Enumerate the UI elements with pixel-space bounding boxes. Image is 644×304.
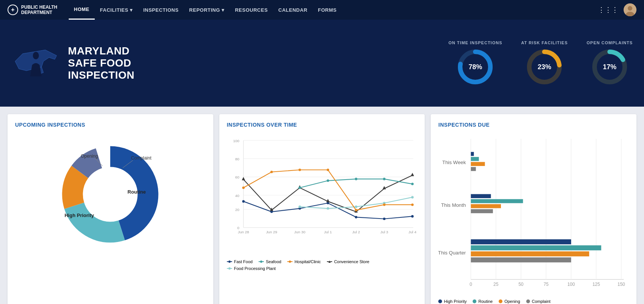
legend-seafood: Seafood	[259, 259, 281, 264]
inspections-over-time-card: INSPECTIONS OVER TIME 100 80 60 40 20 0 …	[219, 114, 425, 304]
navbar: + PUBLIC HEALTH DEPARTMENT HOME FACILITI…	[0, 0, 644, 20]
svg-text:Jun 28: Jun 28	[238, 230, 249, 234]
line-chart-legend: Fast Food Seafood Hospital/Clinic Conven…	[227, 259, 418, 271]
grid-icon[interactable]: ⋮⋮⋮	[598, 6, 618, 14]
metric-at-risk-label: AT RISK FACILITIES	[521, 40, 568, 45]
svg-rect-107	[471, 194, 491, 198]
legend-convenience: Convenience Store	[327, 259, 370, 264]
svg-point-69	[270, 171, 273, 173]
svg-point-70	[298, 169, 301, 171]
svg-text:Opening: Opening	[81, 154, 98, 159]
svg-point-1	[628, 6, 632, 11]
legend-food-processing: Food Processing Plant	[227, 266, 276, 271]
inspections-over-time-title: INSPECTIONS OVER TIME	[227, 122, 418, 128]
nav-inspections[interactable]: INSPECTIONS	[138, 0, 184, 20]
svg-rect-113	[471, 251, 589, 256]
svg-text:Jun 29: Jun 29	[266, 230, 277, 234]
svg-text:75: 75	[544, 282, 549, 287]
maryland-map	[11, 39, 60, 88]
svg-rect-106	[471, 167, 476, 171]
logo: + PUBLIC HEALTH DEPARTMENT	[8, 5, 57, 16]
svg-rect-110	[471, 209, 493, 213]
svg-text:High Priority: High Priority	[65, 212, 94, 218]
upcoming-inspections-title: UPCOMING INSPECTIONS	[15, 122, 206, 128]
svg-point-60	[355, 178, 357, 180]
metric-open-complaints-value: 17%	[603, 63, 616, 71]
legend-complaint: Complaint	[526, 299, 551, 304]
svg-rect-109	[471, 204, 501, 208]
pie-chart: Routine High Priority Opening Complaint …	[15, 134, 206, 255]
legend-routine: Routine	[473, 299, 493, 304]
svg-text:This Week: This Week	[442, 160, 466, 165]
svg-text:Complaint: Complaint	[131, 155, 152, 161]
metric-open-complaints: OPEN COMPLAINTS 17%	[587, 40, 633, 86]
svg-point-78	[260, 261, 262, 263]
metric-on-time-label: ON TIME INSPECTIONS	[448, 40, 502, 45]
bar-chart: This Week This Month This Quarter 0 25 5…	[438, 134, 629, 295]
svg-rect-108	[471, 199, 523, 203]
nav-calendar[interactable]: CALENDAR	[273, 0, 313, 20]
svg-text:20: 20	[235, 208, 239, 212]
line-chart: 100 80 60 40 20 0 Jun 28 Jun 29 Jun 30 J…	[227, 134, 418, 255]
svg-text:80: 80	[235, 157, 239, 161]
svg-text:Jul 2: Jul 2	[352, 230, 360, 234]
svg-point-64	[327, 207, 329, 210]
hero-left: MARYLAND SAFE FOOD INSPECTION	[11, 39, 448, 88]
svg-point-71	[327, 169, 329, 171]
nav-resources[interactable]: RESOURCES	[230, 0, 273, 20]
svg-text:This Quarter: This Quarter	[438, 250, 466, 256]
logo-icon: +	[8, 5, 18, 15]
legend-high-priority: High Priority	[438, 299, 467, 304]
svg-point-58	[298, 186, 301, 189]
metric-at-risk-value: 23%	[538, 63, 551, 71]
avatar[interactable]	[624, 3, 636, 16]
svg-point-62	[411, 183, 414, 185]
metric-at-risk: AT RISK FACILITIES 23%	[521, 40, 568, 86]
svg-text:0: 0	[470, 282, 472, 287]
hero-section: MARYLAND SAFE FOOD INSPECTION ON TIME IN…	[0, 20, 644, 107]
nav-home[interactable]: HOME	[69, 0, 95, 20]
nav-forms[interactable]: FORMS	[313, 0, 342, 20]
svg-rect-112	[471, 245, 601, 250]
svg-text:Jun 30: Jun 30	[294, 230, 305, 234]
svg-point-63	[298, 206, 301, 208]
bar-chart-legend: High Priority Routine Opening Complaint	[438, 299, 629, 304]
legend-hospital: Hospital/Clinic	[287, 259, 321, 264]
svg-text:This Month: This Month	[441, 202, 466, 208]
svg-text:Jul 1: Jul 1	[324, 230, 332, 234]
svg-point-72	[355, 209, 357, 211]
nav-facilities[interactable]: FACILITIES ▾	[95, 0, 138, 20]
inspections-due-title: INSPECTIONS DUE	[438, 122, 629, 128]
svg-text:50: 50	[519, 282, 524, 287]
svg-marker-51	[242, 177, 245, 180]
upcoming-inspections-card: UPCOMING INSPECTIONS Routine High Priori…	[8, 114, 213, 304]
metric-at-risk-donut: 23%	[525, 48, 563, 86]
svg-rect-105	[471, 162, 485, 166]
svg-text:60: 60	[235, 175, 239, 179]
svg-point-49	[383, 217, 385, 220]
nav-links: HOME FACILITIES ▾ INSPECTIONS REPORTING …	[69, 0, 598, 20]
nav-reporting[interactable]: REPORTING ▾	[184, 0, 230, 20]
metric-open-complaints-label: OPEN COMPLAINTS	[587, 40, 633, 45]
svg-text:25: 25	[493, 282, 499, 287]
legend-opening: Opening	[499, 299, 520, 304]
hero-metrics: ON TIME INSPECTIONS 78% AT RISK FACILITI…	[448, 40, 633, 86]
logo-line1: PUBLIC HEALTH	[21, 5, 57, 10]
svg-point-44	[242, 200, 245, 203]
svg-text:Jul 3: Jul 3	[380, 230, 388, 234]
svg-point-80	[289, 261, 291, 263]
main-content: UPCOMING INSPECTIONS Routine High Priori…	[0, 107, 644, 304]
metric-on-time: ON TIME INSPECTIONS 78%	[448, 40, 502, 86]
svg-text:100: 100	[567, 282, 575, 287]
svg-text:40: 40	[235, 194, 239, 198]
svg-point-48	[355, 216, 357, 219]
svg-rect-111	[471, 239, 572, 244]
metric-open-complaints-donut: 17%	[591, 48, 629, 86]
svg-point-73	[383, 203, 385, 206]
svg-point-84	[228, 267, 231, 270]
svg-point-74	[411, 203, 414, 206]
nav-right: ⋮⋮⋮	[598, 3, 636, 16]
svg-text:150: 150	[618, 282, 625, 287]
svg-text:Jul 4: Jul 4	[408, 230, 416, 234]
svg-point-76	[228, 261, 231, 263]
